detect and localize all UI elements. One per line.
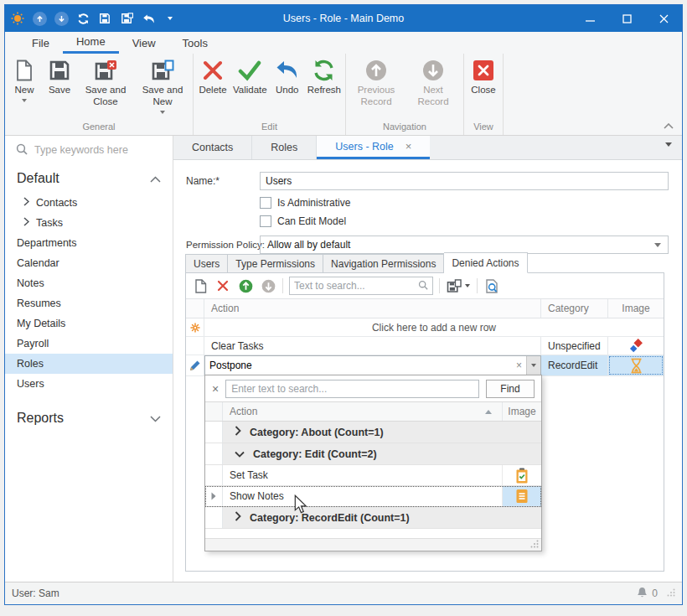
tab-list-dropdown-icon[interactable] — [665, 147, 672, 158]
chevron-down-icon[interactable] — [150, 411, 161, 426]
sidebar-item-users[interactable]: Users — [5, 374, 173, 394]
save-button[interactable]: Save — [42, 55, 77, 96]
diamond-icon[interactable] — [608, 337, 664, 355]
cell-action[interactable]: Clear Tasks — [204, 337, 541, 355]
close-popup-icon[interactable]: × — [212, 382, 219, 396]
ribbon-tab-tools[interactable]: Tools — [169, 32, 221, 54]
add-row-button[interactable] — [192, 277, 209, 294]
sidebar-group-reports[interactable]: Reports — [5, 404, 173, 432]
tab-close-icon[interactable]: × — [405, 140, 412, 153]
sidebar-item-payroll[interactable]: Payroll — [5, 334, 173, 354]
group-row-about[interactable]: Category: About (Count=1) — [205, 422, 541, 443]
ribbon-tab-view[interactable]: View — [119, 32, 169, 54]
clear-text-icon[interactable]: × — [512, 360, 526, 371]
doc-tab-users-role[interactable]: Users - Role × — [317, 136, 430, 159]
ribbon-tab-home[interactable]: Home — [63, 32, 119, 54]
close-window-button[interactable] — [645, 5, 682, 32]
refresh-quick-icon[interactable] — [74, 9, 92, 28]
save-layout-button[interactable] — [446, 277, 471, 294]
can-edit-model-checkbox[interactable] — [260, 215, 271, 227]
minimize-button[interactable] — [571, 5, 608, 32]
delete-row-button[interactable] — [214, 277, 231, 294]
next-record-quick-icon[interactable] — [52, 9, 70, 28]
tab-denied-actions[interactable]: Denied Actions — [444, 252, 527, 273]
action-editor[interactable]: × — [204, 355, 541, 375]
sidebar-item-contacts[interactable]: Contacts — [5, 193, 173, 213]
permission-policy-select[interactable]: Allow all by default — [260, 236, 669, 254]
doc-tab-roles[interactable]: Roles — [252, 136, 317, 159]
previous-record-button[interactable]: Previous Record — [348, 55, 405, 108]
move-down-button[interactable] — [260, 277, 276, 294]
popup-column-action[interactable]: Action — [223, 402, 503, 421]
expand-chevron-icon[interactable] — [235, 426, 241, 438]
move-up-button[interactable] — [237, 277, 254, 294]
qat-dropdown-icon[interactable] — [161, 9, 179, 28]
next-record-button[interactable]: Next Record — [405, 55, 462, 108]
undo-quick-icon[interactable] — [139, 9, 158, 28]
sidebar-search[interactable] — [5, 136, 173, 164]
new-dropdown-icon[interactable] — [22, 99, 27, 102]
resize-grip-icon[interactable] — [667, 588, 675, 599]
sidebar-item-departments[interactable]: Departments — [5, 233, 173, 253]
validate-button[interactable]: Validate — [230, 55, 270, 96]
show-find-panel-button[interactable] — [483, 277, 500, 294]
close-view-button[interactable]: Close — [466, 55, 501, 96]
chevron-up-icon[interactable] — [150, 171, 161, 186]
collapse-chevron-icon[interactable] — [235, 448, 245, 460]
sidebar-item-roles[interactable]: Roles — [5, 354, 173, 374]
tab-type-permissions[interactable]: Type Permissions — [228, 254, 323, 273]
grid-search-input[interactable] — [294, 280, 418, 292]
editor-dropdown-button[interactable] — [526, 356, 540, 375]
is-administrative-checkbox[interactable] — [260, 197, 271, 209]
save-and-new-quick-icon[interactable] — [117, 9, 136, 28]
action-editor-input[interactable] — [205, 360, 512, 371]
cell-category[interactable]: Unspecified — [541, 337, 608, 355]
delete-button[interactable]: Delete — [195, 55, 230, 96]
popup-search-box[interactable] — [225, 380, 479, 398]
refresh-button[interactable]: Refresh — [305, 55, 344, 96]
sidebar-group-default[interactable]: Default — [5, 164, 173, 193]
table-row-postpone[interactable]: × RecordEdit — [186, 355, 664, 376]
sidebar-search-input[interactable] — [34, 144, 169, 156]
name-input[interactable] — [260, 172, 669, 190]
ribbon-collapse-icon[interactable] — [664, 120, 674, 132]
tab-navigation-permissions[interactable]: Navigation Permissions — [323, 254, 444, 273]
save-and-new-button[interactable]: Save and New — [134, 55, 191, 114]
new-row[interactable]: Click here to add a new row — [186, 318, 664, 337]
sidebar-item-notes[interactable]: Notes — [5, 273, 173, 293]
group-row-edit[interactable]: Category: Edit (Count=2) — [205, 443, 541, 465]
notes-icon[interactable] — [503, 486, 541, 506]
hourglass-icon[interactable] — [608, 355, 664, 375]
group-row-recordedit[interactable]: Category: RecordEdit (Count=1) — [205, 507, 541, 529]
column-header-category[interactable]: Category — [541, 299, 608, 318]
new-button[interactable]: New — [7, 55, 42, 102]
save-and-close-button[interactable]: Save and Close — [77, 55, 134, 108]
save-quick-icon[interactable] — [96, 9, 114, 28]
save-and-new-dropdown-icon[interactable] — [160, 111, 165, 114]
notifications-bell-icon[interactable] — [637, 587, 648, 601]
undo-button[interactable]: Undo — [270, 55, 305, 96]
ribbon-tab-file[interactable]: File — [18, 32, 63, 54]
sidebar-item-calendar[interactable]: Calendar — [5, 253, 173, 273]
sidebar-item-tasks[interactable]: Tasks — [5, 213, 173, 233]
find-button[interactable]: Find — [486, 380, 535, 398]
popup-search-input[interactable] — [231, 380, 473, 397]
list-item-show-notes[interactable]: Show Notes — [205, 486, 541, 507]
previous-record-icon — [365, 59, 387, 82]
expand-chevron-icon[interactable] — [235, 511, 241, 524]
tab-users[interactable]: Users — [185, 254, 228, 273]
sidebar-item-resumes[interactable]: Resumes — [5, 293, 173, 313]
cell-category[interactable]: RecordEdit — [541, 355, 608, 375]
task-check-icon[interactable] — [503, 465, 541, 485]
grid-search-box[interactable] — [289, 277, 433, 295]
resize-grip-icon[interactable] — [530, 539, 539, 551]
popup-column-image[interactable]: Image — [503, 402, 541, 421]
maximize-button[interactable] — [608, 5, 645, 32]
table-row-clear-tasks[interactable]: Clear Tasks Unspecified — [186, 337, 664, 355]
column-header-action[interactable]: Action — [204, 299, 541, 318]
column-header-image[interactable]: Image — [608, 299, 664, 318]
previous-record-quick-icon[interactable] — [30, 9, 49, 28]
sidebar-item-my-details[interactable]: My Details — [5, 313, 173, 334]
doc-tab-contacts[interactable]: Contacts — [173, 136, 252, 159]
list-item-set-task[interactable]: Set Task — [205, 465, 541, 486]
